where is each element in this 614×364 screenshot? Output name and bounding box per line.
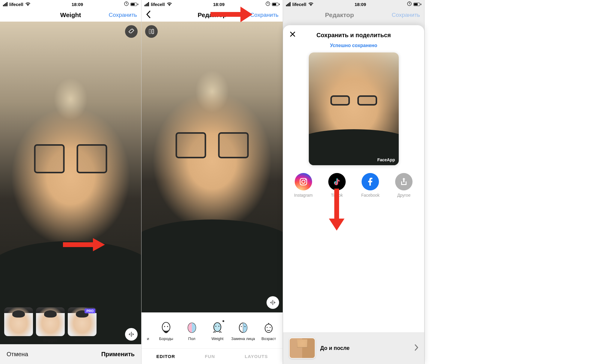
carrier-label: lifecell bbox=[9, 2, 23, 7]
status-bar: lifecell 18:09 bbox=[142, 0, 283, 8]
wifi-icon bbox=[25, 2, 31, 7]
instagram-icon bbox=[295, 173, 312, 190]
svg-point-13 bbox=[244, 326, 245, 327]
svg-point-16 bbox=[270, 327, 271, 328]
svg-rect-3 bbox=[152, 29, 154, 34]
tool-beards[interactable]: Бороды bbox=[154, 321, 178, 341]
photo-canvas[interactable]: Оригинал Bigger PRO Smaller bbox=[0, 22, 141, 344]
apply-button[interactable]: Применить bbox=[101, 351, 135, 358]
svg-point-12 bbox=[241, 326, 242, 327]
battery-icon bbox=[272, 3, 280, 6]
tab-fun[interactable]: FUN bbox=[205, 354, 215, 359]
sheet-title: Сохранить и поделиться bbox=[289, 32, 418, 39]
filter-strip: Оригинал Bigger PRO Smaller bbox=[0, 304, 141, 344]
age-icon bbox=[262, 321, 276, 335]
battery-icon bbox=[413, 3, 421, 6]
saved-preview[interactable]: FaceApp bbox=[309, 52, 399, 165]
svg-point-15 bbox=[267, 327, 268, 328]
face-swap-icon bbox=[236, 321, 250, 335]
tool-age[interactable]: Возраст bbox=[257, 321, 280, 341]
wifi-icon bbox=[308, 2, 314, 7]
battery-icon bbox=[130, 3, 138, 6]
active-dot-icon bbox=[222, 320, 224, 322]
save-share-sheet: Сохранить и поделиться Успешно сохранено… bbox=[283, 25, 424, 364]
wifi-icon bbox=[167, 2, 172, 7]
filter-label: Smaller bbox=[75, 337, 90, 342]
before-after-button[interactable]: До и после bbox=[283, 332, 424, 364]
photo-canvas[interactable] bbox=[142, 22, 283, 312]
share-row: Instagram TikTok Facebook bbox=[283, 165, 424, 201]
tool-row: и Бороды Пол Weight Замена лица bbox=[142, 312, 283, 348]
beard-icon bbox=[159, 321, 173, 335]
page-title: Редактор bbox=[182, 11, 243, 19]
tool-weight[interactable]: Weight bbox=[206, 321, 229, 341]
screen-editor: lifecell 18:09 Редактор Сохранить bbox=[142, 0, 283, 364]
filter-bigger[interactable]: Bigger bbox=[36, 307, 65, 342]
backdrop-nav: Редактор Сохранить bbox=[283, 8, 424, 22]
status-bar: lifecell 18:09 bbox=[283, 0, 424, 8]
tool-face-swap[interactable]: Замена лица bbox=[231, 321, 255, 341]
portrait-photo bbox=[142, 22, 283, 312]
portrait-photo bbox=[309, 52, 399, 165]
filter-original[interactable]: Оригинал bbox=[4, 307, 33, 342]
signal-icon bbox=[286, 2, 291, 6]
rotation-lock-icon bbox=[266, 1, 270, 7]
svg-point-19 bbox=[302, 180, 305, 183]
back-button[interactable] bbox=[146, 10, 151, 20]
eraser-button[interactable] bbox=[125, 25, 138, 38]
tool-partial[interactable]: и bbox=[144, 321, 152, 341]
rotation-lock-icon bbox=[407, 1, 412, 7]
tab-bar: EDITOR FUN LAYOUTS bbox=[142, 348, 283, 364]
share-other[interactable]: Другое bbox=[389, 173, 419, 198]
gender-icon bbox=[185, 321, 199, 335]
clock: 18:09 bbox=[213, 2, 225, 7]
share-instagram[interactable]: Instagram bbox=[288, 173, 318, 198]
signal-icon bbox=[3, 2, 7, 6]
share-icon bbox=[395, 173, 413, 190]
carrier-label: lifecell bbox=[292, 2, 306, 7]
rotation-lock-icon bbox=[124, 1, 129, 7]
signal-icon bbox=[145, 2, 149, 6]
nav-bar: Weight Сохранить bbox=[0, 8, 141, 22]
filter-label: Оригинал bbox=[8, 337, 29, 342]
cancel-button[interactable]: Отмена bbox=[7, 351, 28, 358]
svg-point-8 bbox=[214, 323, 221, 332]
apply-bar: Отмена Применить bbox=[0, 344, 141, 364]
carrier-label: lifecell bbox=[151, 2, 165, 7]
page-title: Weight bbox=[40, 11, 101, 19]
portrait-photo bbox=[0, 22, 141, 344]
tiktok-icon bbox=[328, 173, 346, 190]
tab-layouts[interactable]: LAYOUTS bbox=[245, 354, 268, 359]
save-button[interactable]: Сохранить bbox=[250, 12, 279, 18]
svg-point-9 bbox=[216, 326, 216, 327]
before-after-thumb bbox=[289, 338, 315, 359]
layout-button[interactable] bbox=[145, 25, 158, 38]
filter-label: Bigger bbox=[43, 337, 58, 342]
clock: 18:09 bbox=[355, 2, 366, 7]
svg-point-5 bbox=[164, 326, 165, 327]
watermark: FaceApp bbox=[377, 157, 395, 162]
save-button[interactable]: Сохранить bbox=[109, 12, 137, 18]
weight-icon bbox=[210, 321, 224, 335]
status-bar: lifecell 18:09 bbox=[0, 0, 141, 8]
svg-point-20 bbox=[305, 179, 306, 180]
clock: 18:09 bbox=[72, 2, 83, 7]
sheet-subtitle: Успешно сохранено bbox=[283, 41, 424, 52]
nav-bar: Редактор Сохранить bbox=[142, 8, 283, 22]
facebook-icon bbox=[362, 173, 379, 190]
svg-point-6 bbox=[167, 326, 168, 327]
share-tiktok[interactable]: TikTok bbox=[322, 173, 352, 198]
chevron-right-icon bbox=[415, 344, 418, 353]
pro-badge: PRO bbox=[85, 309, 95, 313]
svg-point-10 bbox=[219, 326, 219, 327]
filter-smaller[interactable]: PRO Smaller bbox=[68, 307, 97, 342]
svg-point-14 bbox=[265, 324, 272, 333]
tab-editor[interactable]: EDITOR bbox=[156, 354, 175, 359]
share-facebook[interactable]: Facebook bbox=[355, 173, 385, 198]
compare-button[interactable] bbox=[267, 296, 279, 309]
screen-weight: lifecell 18:09 Weight Сохранить bbox=[0, 0, 142, 364]
screen-share: lifecell 18:09 Редактор Сохранить bbox=[283, 0, 425, 364]
tool-gender[interactable]: Пол bbox=[180, 321, 204, 341]
svg-rect-2 bbox=[149, 29, 151, 34]
